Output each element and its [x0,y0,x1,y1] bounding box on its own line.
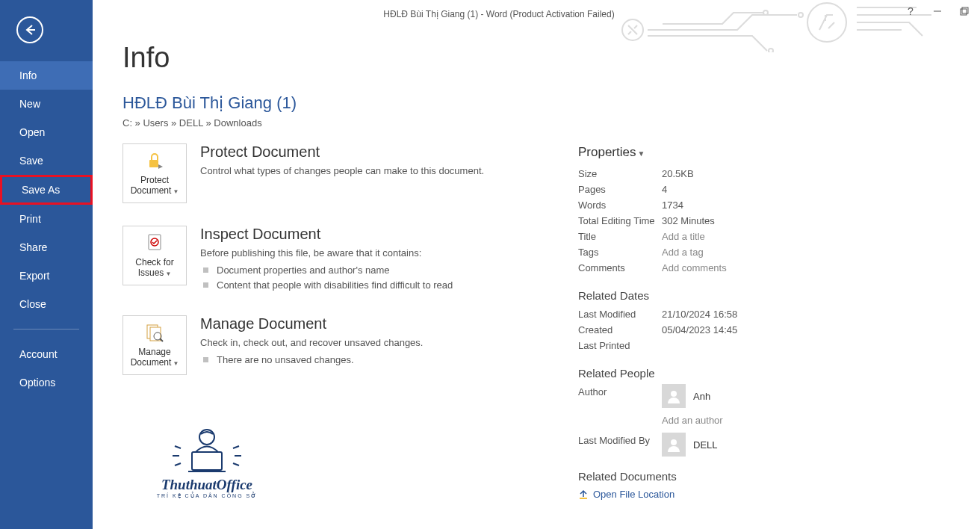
nav-open[interactable]: Open [0,118,93,146]
protect-document-button[interactable]: Protect Document▼ [122,143,187,203]
inspect-bullet: Document properties and author's name [200,263,453,278]
nav-save[interactable]: Save [0,146,93,175]
prop-value: 4 [662,182,667,197]
document-title: HĐLĐ Bùi Thị Giang (1) [122,93,950,113]
svg-rect-19 [192,452,222,470]
nav-account[interactable]: Account [0,340,93,368]
back-arrow-icon [23,23,37,37]
manage-icon [145,321,164,344]
nav-share[interactable]: Share [0,233,93,262]
author-name: Anh [693,389,710,404]
open-location-icon [578,489,589,500]
add-author-link[interactable]: Add an author [662,412,723,428]
minimize-button[interactable] [932,6,943,16]
back-button[interactable] [16,16,43,43]
svg-rect-17 [580,498,587,499]
prop-value: 302 Minutes [662,213,715,229]
date-value: 05/04/2023 14:45 [662,322,737,338]
manage-note: There are no unsaved changes. [200,353,423,368]
svg-rect-1 [961,9,967,15]
date-label: Last Printed [578,338,662,353]
svg-rect-2 [962,7,968,13]
inspect-document-title: Inspect Document [200,226,453,243]
window-title: HĐLĐ Bùi Thị Giang (1) - Word (Product A… [93,3,905,19]
watermark-logo: ThuthuatOffice TRÍ KỆ CỦA DÂN CÔNG SỞ [136,422,278,499]
nav-close[interactable]: Close [0,290,93,318]
restore-button[interactable] [959,6,970,16]
open-file-location-link[interactable]: Open File Location [578,489,832,500]
related-people-header: Related People [578,367,832,380]
prop-value: 20.5KB [662,166,694,182]
svg-point-15 [671,391,677,397]
nav-save-as[interactable]: Save As [0,175,93,205]
lock-icon [145,149,164,172]
inspect-icon [145,232,164,254]
prop-value[interactable]: Add a title [662,229,705,244]
protect-document-title: Protect Document [200,143,484,161]
nav-options[interactable]: Options [0,368,93,397]
prop-label: Title [578,229,662,244]
nav-new[interactable]: New [0,90,93,118]
protect-document-desc: Control what types of changes people can… [200,165,484,176]
page-title: Info [122,42,950,74]
modified-by-label: Last Modified By [578,433,662,457]
date-value: 21/10/2024 16:58 [662,306,737,322]
prop-label: Total Editing Time [578,213,662,229]
manage-document-title: Manage Document [200,315,423,332]
nav-info[interactable]: Info [0,61,93,90]
date-label: Created [578,322,662,338]
nav-print[interactable]: Print [0,205,93,233]
svg-rect-8 [149,160,158,167]
prop-label: Tags [578,244,662,260]
inspect-document-desc: Before publishing this file, be aware th… [200,247,453,259]
svg-rect-12 [150,327,161,341]
check-for-issues-button[interactable]: Check for Issues▼ [122,226,187,285]
modified-by-name: DELL [693,437,718,453]
prop-value[interactable]: Add comments [662,260,727,276]
prop-label: Words [578,197,662,213]
avatar [662,433,686,457]
related-dates-header: Related Dates [578,289,832,302]
properties-dropdown[interactable]: Properties▼ [578,145,832,160]
author-label: Author [578,384,662,428]
manage-document-desc: Check in, check out, and recover unsaved… [200,337,423,348]
manage-document-button[interactable]: Manage Document▼ [122,315,187,375]
nav-export[interactable]: Export [0,262,93,290]
help-button[interactable]: ? [905,6,916,16]
inspect-bullet: Content that people with disabilities fi… [200,278,453,293]
prop-label: Size [578,166,662,182]
backstage-sidebar: InfoNewOpenSaveSave AsPrintShareExportCl… [0,0,93,529]
document-path: C: » Users » DELL » Downloads [122,117,950,129]
prop-value[interactable]: Add a tag [662,244,704,260]
date-label: Last Modified [578,306,662,322]
avatar [662,384,686,408]
related-documents-header: Related Documents [578,470,832,483]
prop-label: Pages [578,182,662,197]
prop-value: 1734 [662,197,683,213]
prop-label: Comments [578,260,662,276]
svg-point-16 [671,439,677,445]
